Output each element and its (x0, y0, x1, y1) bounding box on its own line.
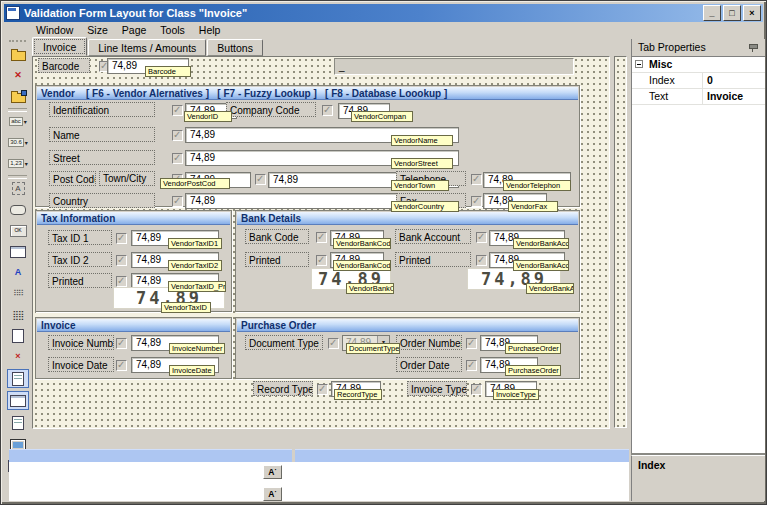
telephone-checkbox[interactable] (471, 174, 482, 185)
property-value[interactable]: 0 (702, 73, 765, 88)
town-checkbox[interactable] (255, 174, 266, 185)
property-grid: Misc Index 0 Text Invoice (631, 56, 765, 454)
record-type-label[interactable]: Record Type (253, 381, 313, 396)
document-type-label[interactable]: Document Type (245, 335, 323, 350)
font-tool-button[interactable]: A (7, 263, 29, 282)
order-date-checkbox[interactable] (466, 360, 477, 371)
bank-group-header: Bank Details (237, 212, 578, 225)
bank-account-checkbox[interactable] (476, 232, 487, 243)
delete-item-icon: × (15, 352, 20, 361)
font-tool-icon: A (15, 268, 22, 277)
font-decrease-label: A (268, 489, 274, 499)
menu-window[interactable]: Window (29, 23, 80, 37)
invoice-number-label[interactable]: Invoice Number (48, 335, 114, 350)
fax-checkbox[interactable] (471, 196, 482, 207)
town-label[interactable]: Town/City (99, 171, 155, 186)
company-code-checkbox[interactable] (322, 105, 333, 116)
small-grid-button[interactable]: ⠿⠿ (7, 284, 29, 303)
tax-id-1-tag-tooltip: VendorTaxID1 (168, 238, 222, 249)
close-button[interactable]: × (743, 5, 761, 21)
vendor-group-header: Vendor [ F6 - Vendor Alernatives ] [ F7 … (37, 87, 578, 100)
bank-code-checkbox[interactable] (316, 232, 327, 243)
delete-form-button[interactable]: ✕ (7, 66, 29, 85)
form-view-toggle[interactable] (7, 369, 29, 388)
page-preview-button[interactable] (7, 413, 29, 432)
maximize-button[interactable]: □ (723, 5, 741, 21)
tab-line-items-amounts[interactable]: Line Items / Amounts (88, 39, 206, 56)
menu-tools[interactable]: Tools (153, 23, 192, 37)
bank-account-printed-checkbox[interactable] (476, 255, 487, 266)
collapse-icon[interactable] (635, 60, 643, 68)
bank-code-printed-label[interactable]: Printed (245, 252, 309, 267)
toolbar-view-toggle[interactable] (7, 391, 29, 410)
invoice-type-checkbox[interactable] (471, 384, 482, 395)
invoice-type-label[interactable]: Invoice Type (407, 381, 467, 396)
property-value[interactable]: Invoice (702, 89, 765, 104)
font-decrease-button[interactable]: A (263, 487, 282, 501)
menu-page[interactable]: Page (115, 23, 154, 37)
large-grid-icon: ⣿⣿ (12, 310, 23, 320)
barcode-label[interactable]: Barcode (38, 58, 90, 73)
bank-account-label[interactable]: Bank Account (395, 229, 471, 244)
order-number-checkbox[interactable] (466, 338, 477, 349)
property-row-index[interactable]: Index 0 (632, 73, 765, 89)
delete-form-icon: ✕ (14, 71, 22, 80)
font-increase-button[interactable]: A (263, 465, 282, 479)
property-group-row[interactable]: Misc (632, 57, 765, 73)
invoice-date-checkbox[interactable] (116, 360, 127, 371)
property-name: Text (649, 89, 668, 103)
amount-field-tool-button[interactable]: 1,23 (7, 154, 29, 173)
minimize-button[interactable]: _ (703, 5, 721, 21)
date-field-tool-button[interactable]: 30.6 (7, 133, 29, 152)
post-code-label[interactable]: Post Code (49, 171, 96, 186)
large-grid-button[interactable]: ⣿⣿ (7, 305, 29, 324)
street-checkbox[interactable] (172, 153, 183, 164)
tax-printed-checkbox[interactable] (116, 276, 127, 287)
menu-size[interactable]: Size (80, 23, 114, 37)
tax-id-2-label[interactable]: Tax ID 2 (48, 252, 112, 267)
bank-code-printed-checkbox[interactable] (316, 255, 327, 266)
delete-item-button[interactable]: × (7, 347, 29, 366)
order-date-label[interactable]: Order Date (396, 357, 462, 372)
design-canvas[interactable]: Barcode 74,89 Barcode _ Vendor [ F6 - Ve… (32, 56, 610, 429)
new-page-button[interactable] (7, 326, 29, 345)
identification-label[interactable]: Identification (49, 102, 155, 117)
new-form-button[interactable] (7, 45, 29, 64)
tab-invoice[interactable]: Invoice (32, 37, 87, 56)
country-checkbox[interactable] (172, 196, 183, 207)
order-number-label[interactable]: Order Number (396, 335, 462, 350)
paste-form-button[interactable] (7, 87, 29, 106)
identification-checkbox[interactable] (172, 105, 183, 116)
label-tool-button[interactable]: A (7, 179, 29, 198)
form-tab-strip: Invoice Line Items / Amounts Buttons (32, 39, 264, 56)
textbox-tool-button[interactable] (7, 242, 29, 261)
property-row-text[interactable]: Text Invoice (632, 89, 765, 105)
purchase-order-group-header: Purchase Order (237, 319, 578, 332)
bank-code-label[interactable]: Bank Code (245, 229, 309, 244)
street-label[interactable]: Street (49, 150, 155, 165)
country-label[interactable]: Country (49, 193, 155, 208)
button-tool-button[interactable]: OK (7, 221, 29, 240)
country-tag-tooltip: VendorCountry (391, 201, 459, 212)
bank-code-tag-tooltip: VendorBankCod (333, 238, 391, 249)
pin-icon[interactable] (749, 43, 757, 52)
name-label[interactable]: Name (49, 127, 155, 142)
tax-id-2-checkbox[interactable] (116, 255, 127, 266)
invoice-number-checkbox[interactable] (116, 338, 127, 349)
invoice-date-label[interactable]: Invoice Date (48, 357, 114, 372)
bank-account-printed-tag-tooltip: VendorBankAcc (513, 260, 569, 271)
tab-buttons[interactable]: Buttons (207, 39, 263, 56)
text-field-tool-button[interactable]: abc (7, 112, 29, 131)
tax-printed-label[interactable]: Printed (48, 273, 112, 288)
tax-id-1-checkbox[interactable] (116, 233, 127, 244)
record-type-checkbox[interactable] (317, 384, 328, 395)
company-code-label[interactable]: Company Code (226, 102, 316, 117)
menu-help[interactable]: Help (192, 23, 228, 37)
name-checkbox[interactable] (172, 130, 183, 141)
bank-account-printed-label[interactable]: Printed (395, 252, 471, 267)
dash-placeholder-box[interactable]: _ (334, 58, 574, 75)
canvas-side-strip[interactable] (614, 56, 627, 428)
frame-tool-button[interactable] (7, 200, 29, 219)
document-type-checkbox[interactable] (328, 338, 339, 349)
tax-id-1-label[interactable]: Tax ID 1 (48, 230, 112, 245)
